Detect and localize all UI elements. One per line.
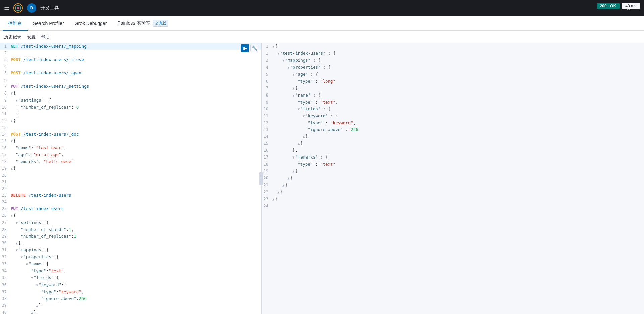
table-row: 39 ▲}	[0, 302, 261, 309]
table-row: 8 ▼{	[0, 90, 261, 97]
table-row: 35 ▼"fields":{	[0, 274, 261, 281]
table-row: 8 ▼"name" : {	[262, 92, 644, 99]
table-row: 13 "ignore_above" : 256	[262, 126, 644, 133]
divider-handle[interactable]: ⋮	[259, 172, 263, 185]
table-row: 14 ▲}	[262, 133, 644, 140]
table-row: 4 ▼"properties" : {	[262, 64, 644, 71]
table-row: 12 "type" : "keyword",	[262, 120, 644, 126]
table-row: 20	[0, 172, 261, 179]
app-title: 开发工具	[40, 5, 59, 11]
table-row: 25 PUT /test-index-users	[0, 205, 261, 212]
table-row: 29 "number_of_replicas":1	[0, 233, 261, 240]
main-content: ▶ 🔧 1 GET /test-index-users/_mapping 2 3…	[0, 43, 644, 314]
table-row: 11 }	[0, 111, 261, 117]
painless-lab-badge: 公测版	[153, 20, 168, 27]
table-row: 37 "type":"keyword",	[0, 289, 261, 295]
table-row: 30 ▲},	[0, 240, 261, 247]
table-row: 18 "type" : "text"	[262, 161, 644, 168]
help-button[interactable]: 帮助	[41, 34, 50, 40]
table-row: 24	[0, 199, 261, 205]
table-row: 15 ▼{	[0, 138, 261, 145]
table-row: 38 "ignore_above":256	[0, 295, 261, 302]
settings-button[interactable]: 设置	[27, 34, 36, 40]
table-row: 5 ▼"age" : {	[262, 71, 644, 78]
logo	[13, 3, 23, 13]
table-row: 17 ▼"remarks" : {	[262, 154, 644, 161]
editor-actions: ▶ 🔧	[241, 44, 258, 52]
table-row: 26 ▼{	[0, 212, 261, 219]
tab-bar: 控制台 Search Profiler Grok Debugger Painle…	[0, 16, 644, 31]
table-row: 34 "type":"text",	[0, 268, 261, 274]
table-row: 7 PUT /test-index-users/_settings	[0, 83, 261, 90]
table-row: 9 ▼"settings": {	[0, 97, 261, 104]
table-row: 27 ▼"settings":{	[0, 219, 261, 226]
table-row: 16 "name": "test user",	[0, 145, 261, 151]
table-row: 5 POST /test-index-users/_open	[0, 70, 261, 76]
table-row: 3 POST /test-index-users/_close	[0, 56, 261, 63]
history-button[interactable]: 历史记录	[4, 34, 21, 40]
table-row: 16 },	[262, 147, 644, 154]
table-row: 11 ▼"keyword" : {	[262, 113, 644, 120]
tab-grok-debugger[interactable]: Grok Debugger	[69, 16, 112, 31]
table-row: 6 "type" : "long"	[262, 78, 644, 85]
user-avatar[interactable]: D	[27, 3, 36, 13]
wrench-button[interactable]: 🔧	[250, 44, 258, 52]
table-row: 36 ▼"keyword":{	[0, 281, 261, 289]
tab-console[interactable]: 控制台	[3, 16, 28, 31]
table-row: 2	[0, 50, 261, 56]
table-row: 13	[0, 124, 261, 131]
right-code-editor: 1 ▼{ 2 ▼"test-index-users" : { 3 ▼"mappi…	[262, 43, 644, 209]
table-row: 20 ▲}	[262, 175, 644, 182]
table-row: 32 ▼"properties":{	[0, 254, 261, 261]
table-row: 17 "age": "error_age",	[0, 151, 261, 158]
run-button[interactable]: ▶	[241, 44, 249, 52]
table-row: 1 GET /test-index-users/_mapping	[0, 43, 261, 50]
table-row: 23 DELETE /test-index-users	[0, 192, 261, 199]
tab-search-profiler[interactable]: Search Profiler	[28, 16, 69, 31]
table-row: 14 POST /test-index-users/_doc	[0, 131, 261, 138]
table-row: 33 ▼"name":{	[0, 261, 261, 268]
table-row: 9 "type" : "text",	[262, 99, 644, 106]
table-row: 22 ▲}	[262, 189, 644, 196]
hamburger-icon[interactable]: ☰	[4, 4, 9, 12]
table-row: 7 ▲},	[262, 85, 644, 92]
right-panel: 200 - OK 40 ms 1 ▼{ 2 ▼"test-index-users…	[262, 43, 644, 314]
tab-painless-lab[interactable]: Painless 实验室 公测版	[112, 16, 174, 31]
table-row: 23 ▲}	[262, 196, 644, 203]
table-row: 31 ▼"mappings":{	[0, 247, 261, 254]
table-row: 2 ▼"test-index-users" : {	[262, 50, 644, 57]
table-row: 24	[262, 203, 644, 209]
table-row: 12 ▲}	[0, 117, 261, 124]
table-row: 28 "number_of_shards":1,	[0, 226, 261, 233]
table-row: 10 ▼"fields" : {	[262, 106, 644, 113]
table-row: 6	[0, 76, 261, 83]
table-row: 15 ▲}	[262, 140, 644, 147]
table-row: 22	[0, 185, 261, 192]
table-row: 1 ▼{	[262, 43, 644, 50]
code-editor[interactable]: 1 GET /test-index-users/_mapping 2 3 POS…	[0, 43, 261, 314]
table-row: 19 ▲}	[0, 165, 261, 172]
table-row: 21	[0, 179, 261, 185]
table-row: 21 ▲}	[262, 182, 644, 189]
table-row: 19 ▲}	[262, 168, 644, 175]
table-row: 10 | "number_of_replicas": 0	[0, 104, 261, 111]
table-row: 3 ▼"mappings" : {	[262, 57, 644, 64]
table-row: 18 "remarks": "hello eeee"	[0, 158, 261, 165]
table-row: 4	[0, 63, 261, 70]
top-bar: ☰ D 开发工具 ⊕ ✉	[0, 0, 644, 16]
table-row: 40 ▲}	[0, 309, 261, 314]
toolbar: 历史记录 设置 帮助	[0, 31, 644, 43]
left-panel: ▶ 🔧 1 GET /test-index-users/_mapping 2 3…	[0, 43, 262, 314]
